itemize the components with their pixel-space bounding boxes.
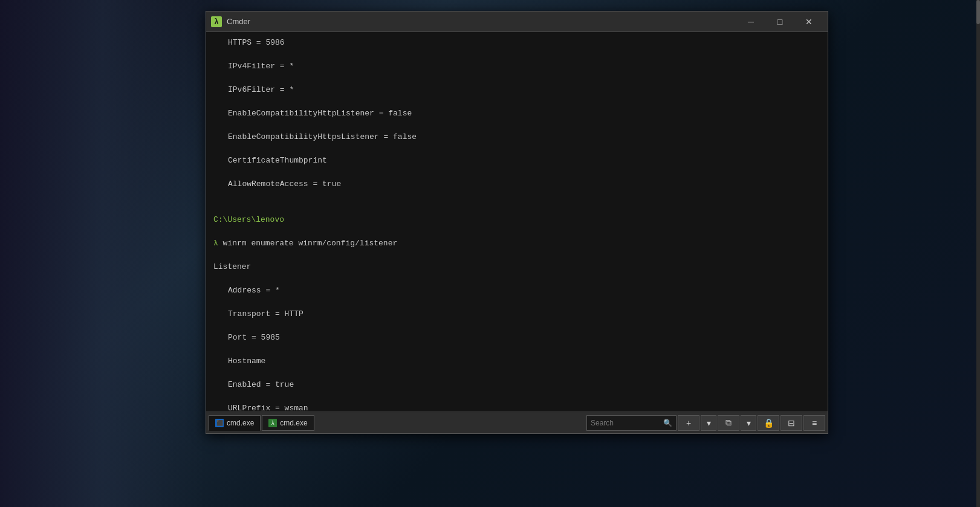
terminal-line: Hostname — [213, 355, 820, 367]
terminal-line: EnableCompatibilityHttpsListener = false — [213, 131, 820, 143]
terminal-line: Address = * — [213, 285, 820, 297]
search-box[interactable]: 🔍 — [586, 415, 677, 431]
terminal-line: CertificateThumbprint — [213, 155, 820, 167]
settings-button[interactable]: ⊟ — [780, 415, 802, 431]
terminal-line: Port = 5985 — [213, 332, 820, 344]
minimize-button[interactable]: ─ — [737, 12, 765, 31]
titlebar: λ Cmder ─ □ ✕ — [206, 11, 828, 32]
terminal-line: URLPrefix = wsman — [213, 402, 820, 412]
menu-button[interactable]: ≡ — [803, 415, 825, 431]
prompt-line: C:\Users\lenovo — [213, 214, 820, 226]
terminal-content[interactable]: HTTPS = 5986 IPv4Filter = * IPv6Filter =… — [206, 32, 828, 412]
search-input[interactable] — [591, 419, 663, 427]
new-tab-dropdown[interactable]: ▾ — [701, 415, 716, 431]
tab-label-cmd2: cmd.exe — [280, 419, 307, 427]
terminal-line: AllowRemoteAccess = true — [213, 178, 820, 190]
titlebar-left: λ Cmder — [211, 16, 250, 27]
new-tab-button[interactable]: + — [678, 415, 699, 431]
window-controls: ─ □ ✕ — [737, 12, 823, 31]
lock-button[interactable]: 🔒 — [758, 415, 779, 431]
close-button[interactable]: ✕ — [795, 12, 823, 31]
search-icon: 🔍 — [663, 419, 672, 427]
terminal-line: EnableCompatibilityHttpListener = false — [213, 108, 820, 120]
terminal-line: Transport = HTTP — [213, 308, 820, 320]
window-title: Cmder — [227, 17, 250, 26]
cmder-icon: λ — [211, 16, 222, 27]
split-button[interactable]: ⧉ — [718, 415, 739, 431]
terminal-line: Listener — [213, 261, 820, 273]
split-dropdown[interactable]: ▾ — [741, 415, 756, 431]
terminal-line: HTTPS = 5986 — [213, 37, 820, 49]
terminal-line: IPv4Filter = * — [213, 60, 820, 73]
taskbar: ⬛ cmd.exe λ cmd.exe 🔍 + ▾ ⧉ ▾ 🔒 — [206, 412, 828, 433]
tab-icon-cmd2: λ — [268, 419, 277, 427]
terminal-line: IPv6Filter = * — [213, 84, 820, 96]
maximize-button[interactable]: □ — [766, 12, 794, 31]
tab-icon-cmd1: ⬛ — [215, 419, 224, 427]
cmder-window: λ Cmder ─ □ ✕ HTTPS = 5986 IPv4Filter = … — [206, 11, 828, 434]
tab-cmd2[interactable]: λ cmd.exe — [262, 415, 314, 431]
page-scrollbar-thumb[interactable] — [976, 0, 980, 24]
terminal-line: Enabled = true — [213, 379, 820, 391]
tab-cmd1[interactable]: ⬛ cmd.exe — [209, 415, 261, 431]
page-scrollbar[interactable] — [976, 0, 980, 507]
command-line: λ winrm enumerate winrm/config/listener — [213, 237, 820, 250]
tab-label-cmd1: cmd.exe — [227, 419, 254, 427]
